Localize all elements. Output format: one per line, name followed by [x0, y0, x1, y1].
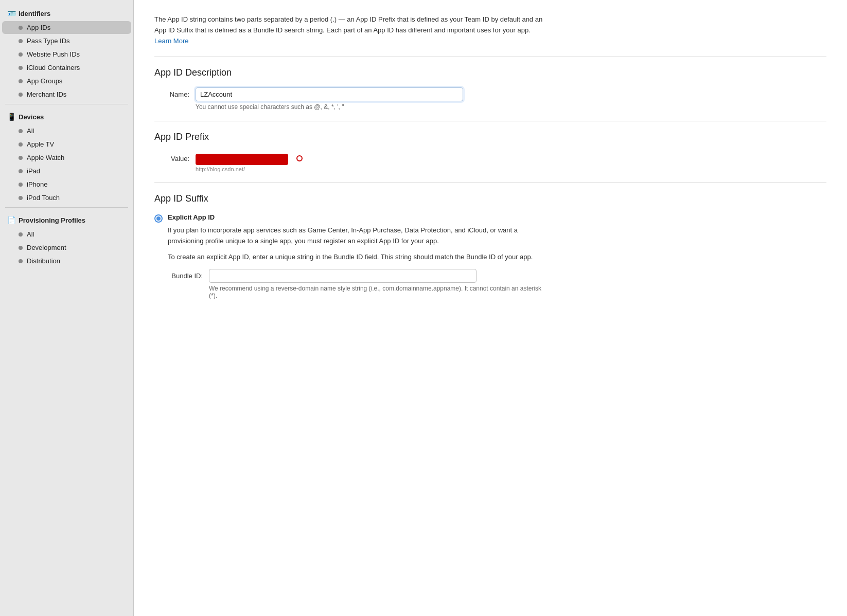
website-push-ids-bullet	[19, 52, 23, 57]
icloud-containers-label: iCloud Containers	[27, 64, 80, 71]
sidebar-section-devices: 📱 Devices	[0, 107, 133, 124]
merchant-ids-bullet	[19, 93, 23, 97]
ipod-touch-label: iPod Touch	[27, 194, 60, 202]
pass-type-ids-label: Pass Type IDs	[27, 37, 70, 45]
icloud-containers-bullet	[19, 66, 23, 70]
sidebar-divider-1	[5, 104, 128, 104]
pass-type-ids-bullet	[19, 39, 23, 43]
bundle-id-row: Bundle ID: We recommend using a reverse-…	[168, 269, 545, 299]
all-devices-bullet	[19, 129, 23, 133]
apple-watch-label: Apple Watch	[27, 154, 64, 161]
sidebar-item-pass-type-ids[interactable]: Pass Type IDs	[2, 34, 131, 47]
identifiers-section-label: Identifiers	[19, 10, 50, 17]
sidebar-section-provisioning: 📄 Provisioning Profiles	[0, 211, 133, 227]
provisioning-section-label: Provisioning Profiles	[19, 216, 85, 224]
divider-description	[154, 57, 826, 57]
learn-more-link[interactable]: Learn More	[154, 37, 188, 45]
name-input-group: You cannot use special characters such a…	[196, 87, 545, 111]
merchant-ids-label: Merchant IDs	[27, 90, 66, 98]
explicit-option-desc2: To create an explicit App ID, enter a un…	[168, 252, 545, 263]
explicit-radio-button[interactable]	[154, 214, 163, 223]
sidebar-section-identifiers: 🪪 Identifiers	[0, 4, 133, 21]
sidebar-item-apple-tv[interactable]: Apple TV	[2, 138, 131, 151]
app-groups-label: App Groups	[27, 77, 62, 85]
prefix-value-redacted	[196, 154, 288, 165]
bundle-id-label: Bundle ID:	[168, 269, 209, 280]
sidebar-item-development[interactable]: Development	[2, 241, 131, 254]
sidebar: 🪪 Identifiers App IDs Pass Type IDs Webs…	[0, 0, 134, 616]
sidebar-item-distribution[interactable]: Distribution	[2, 255, 131, 267]
ipad-label: iPad	[27, 167, 40, 175]
sidebar-item-ipod-touch[interactable]: iPod Touch	[2, 191, 131, 204]
app-ids-bullet	[19, 26, 23, 30]
name-form-row: Name: You cannot use special characters …	[154, 87, 545, 111]
explicit-app-id-option: Explicit App ID If you plan to incorpora…	[154, 213, 545, 303]
intro-paragraph: The App ID string contains two parts sep…	[154, 14, 545, 46]
sidebar-item-merchant-ids[interactable]: Merchant IDs	[2, 88, 131, 101]
apple-tv-label: Apple TV	[27, 140, 54, 148]
provisioning-icon: 📄	[7, 216, 15, 224]
divider-suffix	[154, 183, 826, 183]
sidebar-divider-2	[5, 207, 128, 208]
bundle-id-hint: We recommend using a reverse-domain name…	[209, 285, 545, 299]
main-content: The App ID string contains two parts sep…	[134, 0, 847, 616]
sidebar-item-apple-watch[interactable]: Apple Watch	[2, 151, 131, 164]
ipad-bullet	[19, 169, 23, 173]
prefix-radio-indicator	[296, 155, 303, 161]
development-bullet	[19, 246, 23, 250]
all-profiles-bullet	[19, 232, 23, 237]
iphone-label: iPhone	[27, 180, 47, 188]
apple-watch-bullet	[19, 156, 23, 160]
explicit-option-desc1: If you plan to incorporate app services …	[168, 225, 545, 247]
sidebar-item-icloud-containers[interactable]: iCloud Containers	[2, 61, 131, 74]
divider-prefix	[154, 121, 826, 121]
sidebar-item-ipad[interactable]: iPad	[2, 165, 131, 177]
value-label: Value:	[154, 152, 196, 162]
sidebar-item-app-ids[interactable]: App IDs	[2, 21, 131, 34]
sidebar-item-website-push-ids[interactable]: Website Push IDs	[2, 48, 131, 61]
devices-icon: 📱	[7, 113, 15, 121]
development-label: Development	[27, 244, 66, 251]
identifiers-icon: 🪪	[7, 9, 15, 17]
prefix-section-title: App ID Prefix	[154, 132, 826, 142]
intro-text-body: The App ID string contains two parts sep…	[154, 15, 542, 34]
app-groups-bullet	[19, 79, 23, 83]
distribution-label: Distribution	[27, 257, 60, 265]
all-profiles-label: All	[27, 230, 34, 238]
app-ids-label: App IDs	[27, 24, 50, 31]
sidebar-item-all-profiles[interactable]: All	[2, 228, 131, 241]
name-input[interactable]	[196, 87, 463, 101]
sidebar-item-all-devices[interactable]: All	[2, 124, 131, 137]
website-push-ids-label: Website Push IDs	[27, 50, 80, 58]
bundle-id-input[interactable]	[209, 269, 477, 283]
apple-tv-bullet	[19, 142, 23, 147]
distribution-bullet	[19, 259, 23, 263]
ipod-touch-bullet	[19, 196, 23, 200]
explicit-option-title: Explicit App ID	[168, 213, 545, 221]
sidebar-item-app-groups[interactable]: App Groups	[2, 75, 131, 87]
sidebar-item-iphone[interactable]: iPhone	[2, 178, 131, 191]
name-hint: You cannot use special characters such a…	[196, 103, 545, 111]
all-devices-label: All	[27, 127, 34, 135]
name-label: Name:	[154, 87, 196, 98]
value-form-row: Value: http://blog.csdn.net/	[154, 152, 545, 172]
explicit-option-content: Explicit App ID If you plan to incorpora…	[168, 213, 545, 303]
description-section-title: App ID Description	[154, 67, 826, 78]
devices-section-label: Devices	[19, 113, 44, 121]
iphone-bullet	[19, 183, 23, 187]
bundle-id-input-group: We recommend using a reverse-domain name…	[209, 269, 545, 299]
suffix-section-title: App ID Suffix	[154, 193, 826, 204]
value-url-hint: http://blog.csdn.net/	[196, 166, 545, 172]
value-input-group: http://blog.csdn.net/	[196, 152, 545, 172]
